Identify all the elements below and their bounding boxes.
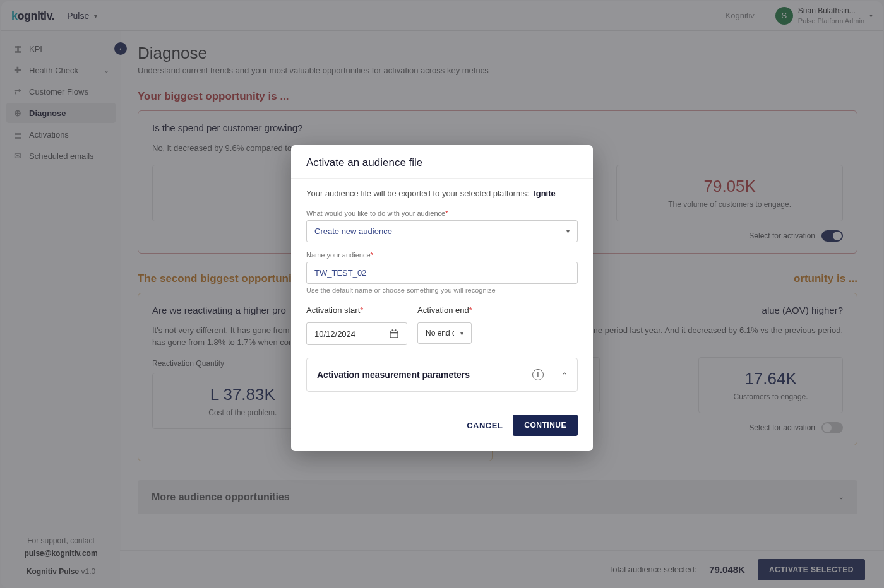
activation-end-label: Activation end* [417, 305, 472, 315]
export-description: Your audience file will be exported to y… [306, 189, 578, 198]
chevron-down-icon: ▾ [566, 228, 570, 235]
activation-end-select[interactable]: No end d... ▾ [417, 322, 472, 344]
modal-title: Activate an audience file [306, 156, 578, 169]
continue-button[interactable]: CONTINUE [513, 415, 578, 436]
info-icon: i [532, 369, 544, 380]
audience-action-label: What would you like to do with your audi… [306, 209, 578, 217]
measurement-params-accordion[interactable]: Activation measurement parameters i ⌃ [306, 358, 578, 392]
activate-audience-modal: Activate an audience file Your audience … [291, 145, 593, 451]
activation-start-input[interactable]: 10/12/2024 [306, 322, 407, 345]
audience-name-input-wrap [306, 262, 578, 284]
cancel-button[interactable]: CANCEL [467, 421, 503, 430]
chevron-down-icon: ▾ [460, 330, 463, 337]
audience-name-input[interactable] [314, 268, 570, 278]
modal-overlay[interactable]: Activate an audience file Your audience … [0, 0, 884, 588]
chevron-up-icon: ⌃ [562, 372, 567, 379]
svg-rect-0 [390, 331, 398, 338]
audience-action-select[interactable]: Create new audience ▾ [306, 220, 578, 242]
activation-start-label: Activation start* [306, 305, 407, 315]
audience-name-label: Name your audience* [306, 251, 578, 259]
calendar-icon [389, 329, 399, 339]
